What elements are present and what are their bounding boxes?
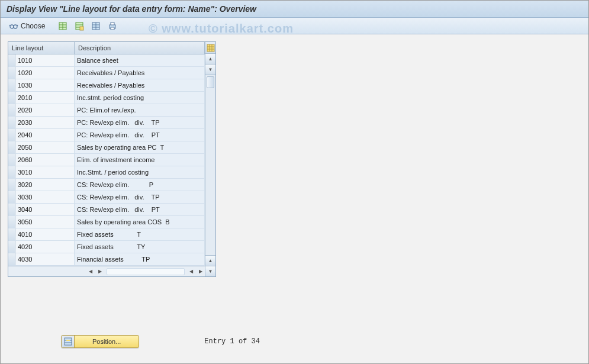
row-selector[interactable] (8, 216, 15, 228)
table-row[interactable]: 3050Sales by operating area COS B (8, 216, 205, 228)
vscroll-up2-icon[interactable]: ▲ (205, 255, 215, 266)
table-row[interactable]: 2050Sales by operating area PC T (8, 141, 205, 154)
table-config-icon[interactable] (207, 44, 215, 52)
horizontal-scrollbar[interactable]: ◀ ▶ ◀ ▶ (8, 266, 205, 276)
row-selector[interactable] (8, 154, 15, 166)
entry-count-label: Entry 1 of 34 (204, 337, 260, 346)
cell-line-layout[interactable]: 1020 (15, 67, 75, 79)
row-selector[interactable] (8, 179, 15, 191)
cell-line-layout[interactable]: 3030 (15, 191, 75, 203)
toolbar-icon-4[interactable] (105, 20, 120, 32)
row-selector[interactable] (8, 129, 15, 141)
row-selector[interactable] (8, 166, 15, 178)
vertical-scrollbar[interactable]: ▲ ▼ ▲ ▼ (205, 42, 215, 276)
cell-line-layout[interactable]: 2020 (15, 104, 75, 116)
position-label: Position... (75, 338, 139, 345)
hscroll-right-inner-icon[interactable]: ▶ (96, 268, 104, 276)
table-row[interactable]: 3030CS: Rev/exp elim. div. TP (8, 191, 205, 204)
table-row[interactable]: 1020Receivables / Payables (8, 67, 205, 79)
toolbar-icon-2[interactable] (72, 20, 86, 32)
table-row[interactable]: 4030Financial assets TP (8, 253, 205, 266)
cell-description[interactable]: Balance sheet (75, 54, 205, 66)
table-row[interactable]: 2040PC: Rev/exp elim. div. PT (8, 129, 205, 141)
cell-description[interactable]: Fixed assets TY (75, 241, 205, 253)
svg-point-0 (10, 25, 14, 28)
table-row[interactable]: 2030PC: Rev/exp elim. div. TP (8, 117, 205, 129)
col-header-description[interactable]: Description (75, 42, 205, 54)
toolbar-icon-3[interactable] (89, 20, 103, 32)
choose-button[interactable]: Choose (7, 20, 47, 32)
vscroll-up-icon[interactable]: ▲ (205, 54, 215, 65)
cell-description[interactable]: Inc.Stmt. / period costing (75, 166, 205, 178)
row-selector[interactable] (8, 117, 15, 128)
cell-description[interactable]: Receivables / Payables (75, 67, 205, 79)
hscroll-left-icon[interactable]: ◀ (86, 268, 95, 276)
table-row[interactable]: 4010Fixed assets T (8, 228, 205, 241)
print-icon (108, 21, 117, 31)
row-selector[interactable] (8, 79, 15, 91)
cell-line-layout[interactable]: 1010 (15, 54, 75, 66)
cell-description[interactable]: PC: Rev/exp elim. div. PT (75, 129, 205, 141)
cell-line-layout[interactable]: 4030 (15, 253, 75, 265)
svg-rect-16 (111, 27, 114, 30)
hscroll-left2-icon[interactable]: ◀ (187, 268, 195, 276)
row-selector[interactable] (8, 104, 15, 116)
cell-description[interactable]: Financial assets TP (75, 253, 205, 265)
row-selector[interactable] (8, 241, 15, 253)
cell-line-layout[interactable]: 3010 (15, 166, 75, 178)
row-selector[interactable] (8, 141, 15, 153)
cell-description[interactable]: CS: Rev/exp elim. P (75, 179, 205, 191)
cell-line-layout[interactable]: 2010 (15, 92, 75, 104)
cell-line-layout[interactable]: 2050 (15, 141, 75, 153)
row-selector[interactable] (8, 191, 15, 203)
table-row[interactable]: 2060Elim. of investment income (8, 154, 205, 166)
position-button[interactable]: Position... (61, 335, 139, 348)
cell-description[interactable]: Receivables / Payables (75, 79, 205, 91)
cell-line-layout[interactable]: 2040 (15, 129, 75, 141)
hscroll-track[interactable] (107, 268, 185, 275)
cell-description[interactable]: PC: Elim.of rev./exp. (75, 104, 205, 116)
col2-label: Description (78, 44, 111, 51)
cell-line-layout[interactable]: 3040 (15, 204, 75, 215)
cell-description[interactable]: PC: Rev/exp elim. div. TP (75, 117, 205, 128)
cell-line-layout[interactable]: 1030 (15, 79, 75, 91)
vscroll-down1-icon[interactable]: ▼ (205, 65, 215, 75)
row-selector[interactable] (8, 228, 15, 240)
cell-line-layout[interactable]: 2060 (15, 154, 75, 166)
table-row[interactable]: 3010Inc.Stmt. / period costing (8, 166, 205, 179)
vscroll-thumb[interactable] (207, 76, 214, 88)
table-row[interactable]: 2010Inc.stmt. period costing (8, 92, 205, 104)
row-selector[interactable] (8, 67, 15, 79)
row-selector[interactable] (8, 92, 15, 104)
svg-rect-15 (111, 22, 114, 25)
cell-description[interactable]: Elim. of investment income (75, 154, 205, 166)
cell-line-layout[interactable]: 2030 (15, 117, 75, 128)
toolbar-icon-1[interactable] (56, 20, 70, 32)
vscroll-down-icon[interactable]: ▼ (205, 266, 215, 276)
cell-description[interactable]: Sales by operating area PC T (75, 141, 205, 153)
cell-line-layout[interactable]: 4020 (15, 241, 75, 253)
table-header: Line layout Description (8, 42, 205, 54)
cell-description[interactable]: Sales by operating area COS B (75, 216, 205, 228)
table-row[interactable]: 2020PC: Elim.of rev./exp. (8, 104, 205, 117)
svg-rect-17 (207, 44, 214, 51)
cell-description[interactable]: Fixed assets T (75, 228, 205, 240)
toolbar: Choose (1, 18, 588, 34)
table-row[interactable]: 1030Receivables / Payables (8, 79, 205, 92)
row-selector[interactable] (8, 204, 15, 215)
cell-line-layout[interactable]: 3020 (15, 179, 75, 191)
row-selector[interactable] (8, 253, 15, 265)
row-selector[interactable] (8, 54, 15, 66)
table-row[interactable]: 1010Balance sheet (8, 54, 205, 67)
vscroll-track[interactable] (205, 75, 215, 255)
table-row[interactable]: 4020Fixed assets TY (8, 241, 205, 253)
cell-description[interactable]: Inc.stmt. period costing (75, 92, 205, 104)
table-row[interactable]: 3040CS: Rev/exp elim. div. PT (8, 204, 205, 216)
col-header-line-layout[interactable]: Line layout (8, 42, 75, 54)
cell-line-layout[interactable]: 3050 (15, 216, 75, 228)
table-row[interactable]: 3020CS: Rev/exp elim. P (8, 179, 205, 191)
hscroll-right-icon[interactable]: ▶ (197, 268, 205, 276)
cell-line-layout[interactable]: 4010 (15, 228, 75, 240)
cell-description[interactable]: CS: Rev/exp elim. div. TP (75, 191, 205, 203)
cell-description[interactable]: CS: Rev/exp elim. div. PT (75, 204, 205, 215)
